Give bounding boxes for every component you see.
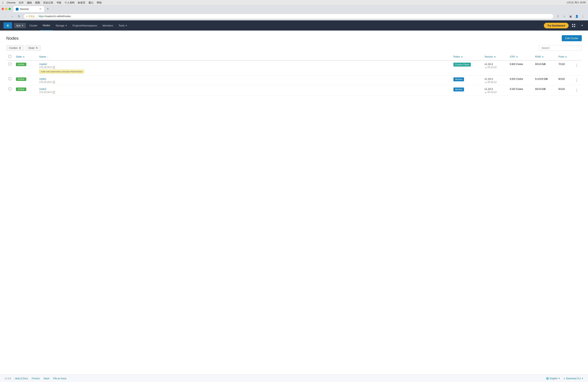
node-cpu-2: 0.3/2 Cores (510, 87, 523, 90)
cpu-sort-icon: ⇅ (516, 56, 518, 58)
nav-nodes[interactable]: Nodes (40, 21, 53, 31)
menu-edit[interactable]: 编辑 (27, 1, 32, 4)
rancher-logo: R (3, 22, 12, 29)
table-row: Active node1 172.16.16.6 📋 Worker v1.18.… (6, 75, 582, 85)
col-header-roles[interactable]: Roles ⇅ (451, 53, 482, 61)
row-state-cell-0: Active (14, 61, 37, 75)
node-name-link-0[interactable]: master (39, 63, 449, 65)
share-btn[interactable]: ⇧ (555, 14, 561, 19)
row-ram-cell-2: 0/3.8 GiB (533, 85, 556, 96)
node-version-1: v1.18.4 (484, 77, 505, 80)
edit-cluster-btn[interactable]: Edit Cluster (562, 35, 582, 41)
footer-download-cli-btn[interactable]: ⇓ Download CLI ▼ (563, 377, 583, 380)
copy-ip-icon-0[interactable]: 📋 (52, 66, 55, 69)
row-pods-cell-1: 6/110 (556, 75, 572, 85)
select-all-checkbox[interactable] (9, 55, 11, 58)
row-cpu-cell-0: 0.8/2 Cores (507, 61, 533, 75)
search-input[interactable] (539, 45, 582, 51)
try-dashboard-btn[interactable]: Try Dashboard (544, 23, 568, 28)
nav-members[interactable]: Members (100, 21, 116, 31)
col-header-name[interactable]: Name ↓ (37, 53, 451, 61)
col-header-cpu[interactable]: CPU ⇅ (507, 53, 533, 61)
menu-btn[interactable]: ⋮ (580, 14, 586, 19)
copy-ip-icon-2[interactable]: 📋 (52, 91, 55, 94)
menu-window[interactable]: 窗口 (88, 1, 94, 4)
new-tab-btn[interactable]: + (45, 6, 51, 12)
footer-left: v2.4.8 Help & Docs Forums Slack File an … (5, 377, 66, 380)
col-header-version[interactable]: Version ⇅ (482, 53, 507, 61)
profile-btn[interactable]: 👤 (574, 14, 579, 19)
row-actions-btn-1[interactable]: ⋮ (574, 77, 579, 83)
footer-language-btn[interactable]: 🌐 English ▼ (546, 377, 560, 380)
menu-tabs[interactable]: 标签页 (78, 1, 85, 4)
extensions-btn[interactable]: ▣ (568, 14, 573, 19)
nav-cluster[interactable]: Cluster (27, 21, 40, 31)
tab-close-btn[interactable]: ✕ (39, 8, 42, 11)
copy-ip-icon-1[interactable]: 📋 (52, 81, 55, 84)
version-sort-icon: ⇅ (494, 56, 496, 58)
footer-version: v2.4.8 (5, 377, 11, 380)
drain-btn[interactable]: Drain ↻ (26, 45, 41, 51)
nav-projects-namespaces[interactable]: Projects/Namespaces (70, 21, 100, 31)
row-checkbox-2[interactable] (9, 87, 11, 90)
state-badge-0: Active (16, 63, 26, 66)
forward-btn[interactable]: › (9, 14, 15, 19)
maximize-window-btn[interactable] (9, 8, 11, 10)
chevron-down-icon-btn[interactable]: ▼ (579, 22, 586, 29)
menu-view[interactable]: 视图 (35, 1, 40, 4)
footer-file-issue[interactable]: File an Issue (53, 377, 66, 380)
close-window-btn[interactable] (1, 8, 4, 10)
state-sort-icon: ⇅ (23, 56, 24, 58)
back-btn[interactable]: ‹ (2, 14, 8, 19)
reload-btn[interactable]: ↻ (16, 14, 22, 19)
url-text: https://master/c/c-w8mkf/nodes (39, 15, 71, 18)
row-roles-cell-0: Control Plane (451, 61, 482, 75)
apple-menu[interactable]:  (2, 1, 3, 4)
node-cpu-1: 0.5/2 Cores (510, 77, 523, 80)
node-name-link-1[interactable]: node1 (39, 77, 449, 80)
cloud-icon-0: ☁ (484, 66, 487, 69)
bookmark-btn[interactable]: ☆ (562, 14, 567, 19)
row-version-cell-2: v1.18.4 ☁ 20.10.12 (482, 85, 507, 96)
state-badge-2: Active (16, 87, 26, 91)
minimize-window-btn[interactable] (5, 8, 7, 10)
browser-tab-rancher[interactable]: Rancher ✕ (13, 6, 44, 12)
col-header-ram[interactable]: RAM ⇅ (533, 53, 556, 61)
menu-chrome[interactable]: Chrome (7, 1, 16, 4)
menu-history[interactable]: 历史记录 (43, 1, 53, 4)
state-badge-1: Active (16, 77, 26, 81)
mac-os-bar:  Chrome 文件 编辑 视图 历史记录 书签 个人资料 标签页 窗口 帮助… (0, 0, 588, 5)
footer-slack[interactable]: Slack (43, 377, 49, 380)
row-ram-cell-0: 0/3.8 GiB (533, 61, 556, 75)
url-bar[interactable]: ⚠ 不安全 | https://master/c/c-w8mkf/nodes (23, 14, 554, 19)
row-checkbox-0[interactable] (9, 63, 11, 65)
globe-icon: 🌐 (546, 377, 549, 380)
row-actions-btn-2[interactable]: ⋮ (574, 87, 579, 93)
col-header-pods[interactable]: Pods ⇅ (556, 53, 572, 61)
menu-file[interactable]: 文件 (19, 1, 24, 4)
col-header-state[interactable]: State ⇅ (14, 53, 37, 61)
pods-sort-icon: ⇅ (565, 56, 567, 58)
footer-help-docs[interactable]: Help & Docs (15, 377, 28, 380)
row-checkbox-cell (6, 61, 14, 75)
col-header-actions (572, 53, 582, 61)
menu-profile[interactable]: 个人资料 (64, 1, 75, 4)
nav-storage[interactable]: Storage ▼ (53, 21, 70, 31)
insecure-warning: ⚠ 不安全 (26, 15, 35, 18)
menu-bookmarks[interactable]: 书签 (56, 1, 62, 4)
cordon-btn[interactable]: Cordon ⏸ (6, 45, 24, 51)
tab-favicon (16, 8, 19, 11)
storage-chevron-icon: ▼ (65, 24, 67, 27)
menu-help[interactable]: 帮助 (97, 1, 102, 4)
row-checkbox-1[interactable] (9, 77, 11, 80)
node-name-link-2[interactable]: node2 (39, 87, 449, 90)
node-version-0: v1.18.4 (484, 63, 505, 65)
node-pods-2: 5/110 (558, 87, 565, 90)
grid-icon-btn[interactable] (570, 22, 577, 29)
svg-rect-4 (572, 26, 573, 27)
cluster-selector-btn[interactable]: test ▼ (14, 23, 26, 28)
nav-tools[interactable]: Tools ▼ (116, 21, 130, 31)
footer-forums[interactable]: Forums (32, 377, 40, 380)
svg-text:R: R (7, 24, 9, 27)
row-actions-btn-0[interactable]: ⋮ (574, 63, 579, 68)
